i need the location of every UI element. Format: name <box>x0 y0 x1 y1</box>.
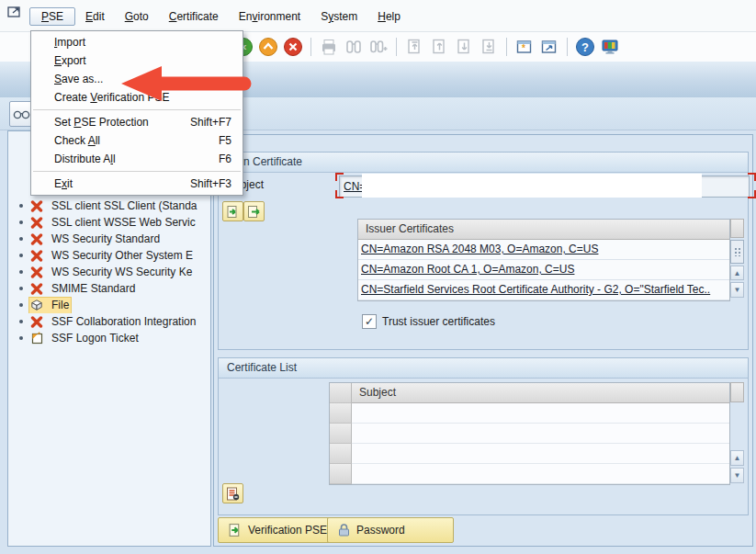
issuer-certificate-link[interactable]: CN=Amazon Root CA 1, O=Amazon, C=US <box>361 263 574 276</box>
menubar-item-help[interactable]: Help <box>367 7 411 26</box>
issuer-certificate-link[interactable]: CN=Amazon RSA 2048 M03, O=Amazon, C=US <box>361 243 598 255</box>
issuer-table-scrollbar[interactable]: ▲ ▼ <box>730 219 744 298</box>
tree-bullet-icon <box>19 270 23 274</box>
menu-item-exit[interactable]: ExitShift+F3 <box>31 175 243 193</box>
issuer-certificates-table: Issuer Certificates CN=Amazon RSA 2048 M… <box>357 219 730 301</box>
scroll-up-icon[interactable]: ▲ <box>730 266 744 281</box>
menu-item-shortcut: F5 <box>219 134 231 147</box>
menu-item-set-pse-protection[interactable]: Set PSE ProtectionShift+F7 <box>31 113 243 131</box>
scroll-down-icon[interactable]: ▼ <box>730 282 744 298</box>
tree-bullet-icon <box>19 336 23 340</box>
import-certificate-button[interactable] <box>222 201 243 221</box>
row-selector-cell[interactable] <box>330 464 352 484</box>
trust-issuer-checkbox[interactable]: ✓ <box>362 314 377 329</box>
row-selector-header <box>330 383 352 403</box>
tree-bullet-icon <box>19 254 23 257</box>
remove-certificate-button[interactable] <box>222 483 243 503</box>
row-selector-cell[interactable] <box>330 424 352 444</box>
lock-icon <box>337 523 351 537</box>
certificate-list-group: Certificate List Subject ▲ ▼ <box>218 357 749 515</box>
ticket-icon <box>29 332 44 345</box>
menu-bar: PSEEditGotoCertificateEnvironmentSystemH… <box>29 6 411 28</box>
previous-page-icon <box>429 37 449 57</box>
tree-item-content: SSF Logon Ticket <box>29 331 141 346</box>
issuer-certificate-link[interactable]: CN=Starfield Services Root Certificate A… <box>361 283 710 296</box>
menubar-item-edit[interactable]: Edit <box>75 7 115 26</box>
export-certificate-button[interactable] <box>243 201 265 221</box>
menu-item-shortcut: Shift+F3 <box>190 177 231 190</box>
tree-item-content: WS Security Standard <box>29 232 162 247</box>
tree-item-label: WS Security Other System E <box>50 249 195 262</box>
red-x-icon <box>29 266 44 279</box>
verification-pse-button[interactable]: Verification PSE <box>218 517 344 543</box>
scrollbar-thumb[interactable] <box>730 240 744 263</box>
tree-item-label: File <box>50 299 71 311</box>
tree-item-ws-security-ws-security-ke[interactable]: WS Security WS Security Ke <box>8 264 210 280</box>
red-x-icon <box>29 282 44 296</box>
tree-item-content: WS Security WS Security Ke <box>29 265 194 280</box>
tree-bullet-icon <box>19 204 23 208</box>
menubar-item-system[interactable]: System <box>310 7 367 26</box>
cancel-icon[interactable] <box>283 37 303 57</box>
focus-corner-icon <box>748 190 756 198</box>
toolbar-separator <box>396 38 397 56</box>
verification-pse-label: Verification PSE <box>248 524 327 537</box>
trust-issuer-row: ✓ Trust issuer certificates <box>362 314 495 329</box>
menu-item-check-all[interactable]: Check AllF5 <box>31 131 243 150</box>
tree-item-label: SSF Collaboration Integration <box>50 315 197 328</box>
certificate-list-empty-cell[interactable] <box>352 464 729 484</box>
customize-layout-icon[interactable] <box>600 37 620 57</box>
password-button[interactable]: Password <box>327 517 454 543</box>
issuer-certificates-header: Issuer Certificates <box>358 220 729 240</box>
scrollbar-track[interactable] <box>730 402 744 448</box>
menubar-item-certificate[interactable]: Certificate <box>159 7 229 26</box>
red-x-icon <box>29 199 44 213</box>
pse-tree: SSL client SSL Client (StandaSSL client … <box>8 198 210 346</box>
menubar-item-pse[interactable]: PSE <box>29 7 75 26</box>
menu-item-distribute-all[interactable]: Distribute AllF6 <box>31 150 243 168</box>
tree-item-smime-standard[interactable]: SMIME Standard <box>8 280 210 297</box>
tree-item-ssl-client-ssl-client-standa[interactable]: SSL client SSL Client (Standa <box>8 198 210 214</box>
red-x-icon <box>29 315 44 329</box>
new-session-icon[interactable]: * <box>514 37 535 57</box>
certificate-list-empty-cell[interactable] <box>352 403 729 424</box>
tree-item-label: SMIME Standard <box>50 282 137 295</box>
row-selector-cell[interactable] <box>330 444 352 464</box>
tree-item-content: SSF Collaboration Integration <box>29 314 197 330</box>
svg-text:*: * <box>522 43 525 53</box>
toolbar-separator <box>310 38 311 56</box>
menubar-item-environment[interactable]: Environment <box>229 7 310 26</box>
help-icon[interactable]: ? <box>575 37 595 57</box>
issuer-certificate-row: CN=Amazon RSA 2048 M03, O=Amazon, C=US <box>358 240 729 260</box>
certificate-list-empty-cell[interactable] <box>352 444 729 464</box>
tree-item-ws-security-other-system-e[interactable]: WS Security Other System E <box>8 247 210 264</box>
certificate-list-scrollbar[interactable]: ▲ ▼ <box>730 382 744 483</box>
issuer-certificate-row: CN=Amazon Root CA 1, O=Amazon, C=US <box>358 260 729 280</box>
row-selector-cell[interactable] <box>330 403 352 424</box>
certificate-list-column-header: Subject <box>352 383 729 403</box>
certificate-list-table: Subject <box>329 382 730 485</box>
tree-item-label: WS Security WS Security Ke <box>50 266 194 278</box>
scroll-down-icon[interactable]: ▼ <box>730 468 744 483</box>
certificate-list-empty-cell[interactable] <box>352 424 729 444</box>
menu-item-label: Distribute All <box>54 153 219 165</box>
tree-item-file[interactable]: File <box>8 297 210 313</box>
menubar-item-goto[interactable]: Goto <box>115 7 159 26</box>
scroll-up-icon[interactable]: ▲ <box>730 450 744 466</box>
focus-corner-icon <box>335 173 344 181</box>
exit-session-icon[interactable] <box>258 37 278 57</box>
tree-bullet-icon <box>19 303 23 307</box>
pse-box-icon <box>29 299 44 312</box>
menu-item-import[interactable]: Import <box>31 33 243 51</box>
tree-item-ssl-client-wsse-web-servic[interactable]: SSL client WSSE Web Servic <box>8 214 210 231</box>
window-arrow-icon[interactable] <box>6 5 23 19</box>
tree-bullet-icon <box>19 320 23 323</box>
menu-item-label: Exit <box>54 177 190 190</box>
create-shortcut-icon[interactable] <box>539 37 559 57</box>
tree-item-ssf-collaboration-integration[interactable]: SSF Collaboration Integration <box>8 313 210 330</box>
tree-item-ws-security-standard[interactable]: WS Security Standard <box>8 231 210 247</box>
focus-corner-icon <box>748 173 756 181</box>
menu-item-label: Import <box>54 36 231 49</box>
own-certificate-group-title: Own Certificate <box>219 153 748 173</box>
tree-item-ssf-logon-ticket[interactable]: SSF Logon Ticket <box>8 330 210 346</box>
